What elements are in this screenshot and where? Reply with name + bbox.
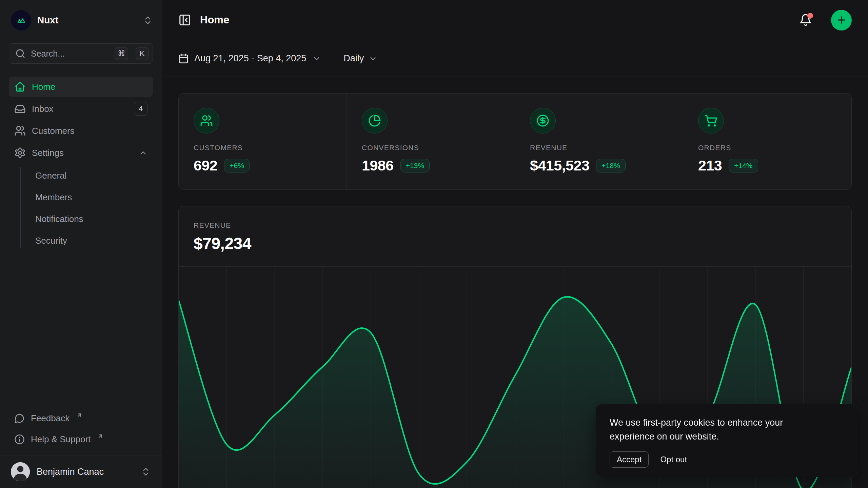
stat-delta-badge: +13% [400, 159, 430, 172]
stat-label: ORDERS [698, 144, 836, 152]
stat-delta-badge: +18% [596, 159, 625, 172]
circle-dollar-icon [530, 108, 556, 134]
stat-card-customers[interactable]: CUSTOMERS 692 +6% [179, 94, 347, 189]
stat-delta-badge: +14% [729, 159, 758, 172]
search-icon [15, 48, 25, 59]
kbd-cmd: ⌘ [115, 47, 128, 60]
stat-label: CUSTOMERS [194, 144, 332, 152]
date-range-value: Aug 21, 2025 - Sep 4, 2025 [194, 53, 306, 64]
stat-card-revenue[interactable]: REVENUE $415,523 +18% [515, 94, 683, 189]
stat-card-orders[interactable]: ORDERS 213 +14% [683, 94, 851, 189]
revenue-chart-value: $79,234 [194, 234, 836, 253]
settings-subnav: General Members Notifications Security [9, 165, 153, 251]
feedback-label: Feedback [31, 413, 70, 424]
stat-value: 213 [698, 157, 722, 174]
users-icon [14, 125, 26, 137]
granularity-value: Daily [343, 53, 364, 64]
message-bubble-icon [14, 413, 25, 424]
stat-value: 1986 [362, 157, 394, 174]
sidebar-item-label: Settings [32, 148, 64, 158]
pie-chart-icon [362, 108, 388, 134]
external-link-icon [76, 412, 82, 418]
sidebar-item-inbox[interactable]: Inbox 4 [9, 99, 153, 119]
kbd-k: K [136, 47, 149, 60]
help-support-link[interactable]: Help & Support [9, 429, 153, 450]
inbox-icon [14, 103, 26, 115]
workspace-name: Nuxt [37, 15, 137, 26]
accept-cookies-button[interactable]: Accept [610, 451, 649, 468]
add-button[interactable] [831, 10, 852, 30]
workspace-switcher[interactable]: Nuxt [0, 0, 162, 39]
users-icon [194, 108, 219, 134]
date-range-picker[interactable]: Aug 21, 2025 - Sep 4, 2025 [178, 53, 321, 64]
calendar-icon [178, 53, 189, 64]
sidebar: Nuxt Search... ⌘ K Home Inbox 4 [0, 0, 162, 488]
stat-label: CONVERSIONS [362, 144, 500, 152]
sidebar-footer: Feedback Help & Support [0, 408, 162, 450]
chevron-down-icon [369, 54, 377, 63]
home-icon [14, 81, 26, 93]
feedback-link[interactable]: Feedback [9, 408, 153, 429]
notification-dot [807, 13, 813, 19]
sidebar-item-members[interactable]: Members [9, 186, 153, 208]
stat-delta-badge: +6% [224, 159, 250, 172]
stat-value: $415,523 [530, 157, 589, 174]
sidebar-item-notifications[interactable]: Notifications [9, 208, 153, 230]
subnav-label: Security [35, 236, 67, 246]
chevrons-up-down-icon [143, 15, 153, 25]
sidebar-item-label: Inbox [32, 104, 54, 114]
sidebar-collapse-icon[interactable] [178, 14, 191, 26]
chevron-down-icon [312, 54, 321, 63]
search-placeholder: Search... [31, 49, 107, 59]
stat-value: 692 [194, 157, 217, 174]
subnav-label: General [35, 170, 67, 181]
user-avatar [11, 462, 30, 481]
stat-label: REVENUE [530, 144, 668, 152]
sidebar-nav: Home Inbox 4 Customers Settings Ge [0, 77, 162, 251]
stat-card-conversions[interactable]: CONVERSIONS 1986 +13% [347, 94, 515, 189]
filters-toolbar: Aug 21, 2025 - Sep 4, 2025 Daily [162, 40, 868, 77]
stats-cards: CUSTOMERS 692 +6% CONVERSIONS 1986 +13% [178, 93, 852, 190]
subnav-label: Notifications [35, 214, 83, 224]
gear-icon [14, 147, 26, 159]
nuxt-logo-icon [11, 10, 31, 30]
chevron-up-icon [139, 148, 147, 157]
user-name: Benjamin Canac [37, 467, 134, 477]
page-title: Home [200, 14, 790, 26]
external-link-icon [97, 433, 103, 439]
inbox-count-badge: 4 [134, 102, 147, 116]
chevrons-up-down-icon [141, 467, 151, 477]
page-header: Home [162, 0, 868, 40]
sidebar-item-general[interactable]: General [9, 165, 153, 186]
info-circle-icon [14, 434, 25, 445]
search-input[interactable]: Search... ⌘ K [9, 43, 153, 64]
opt-out-button[interactable]: Opt out [660, 455, 687, 464]
help-support-label: Help & Support [31, 434, 91, 445]
cookie-message: We use first-party cookies to enhance yo… [610, 416, 830, 443]
sidebar-item-label: Home [32, 82, 55, 92]
sidebar-item-security[interactable]: Security [9, 230, 153, 251]
cookie-banner: We use first-party cookies to enhance yo… [596, 404, 857, 477]
notifications-bell-button[interactable] [799, 14, 812, 26]
revenue-chart-label: REVENUE [194, 221, 836, 229]
sidebar-item-label: Customers [32, 126, 75, 136]
user-menu[interactable]: Benjamin Canac [0, 455, 162, 488]
sidebar-item-customers[interactable]: Customers [9, 121, 153, 141]
shopping-cart-icon [698, 108, 724, 134]
granularity-select[interactable]: Daily [343, 53, 377, 64]
subnav-label: Members [35, 192, 72, 203]
sidebar-item-settings[interactable]: Settings [9, 143, 153, 163]
sidebar-item-home[interactable]: Home [9, 77, 153, 97]
